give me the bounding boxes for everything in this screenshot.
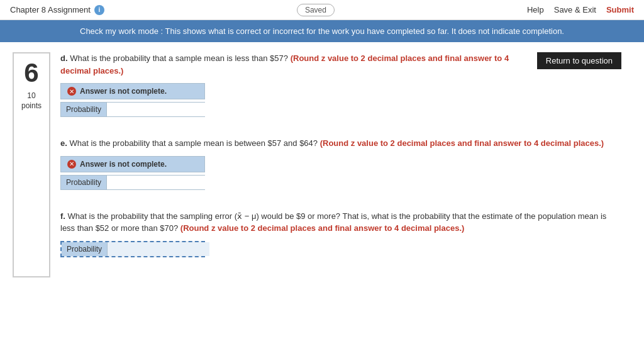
question-number: 6 xyxy=(24,60,38,86)
part-e-question: e. What is the probability that a sample… xyxy=(60,137,621,150)
part-d-text: What is the probability that a sample me… xyxy=(70,53,288,63)
saved-badge: Saved xyxy=(297,4,335,16)
part-e-block: e. What is the probability that a sample… xyxy=(60,137,621,190)
part-d-incomplete-bar: ✕ Answer is not complete. xyxy=(60,83,205,99)
points-info: 10 points xyxy=(21,91,42,111)
part-d-incomplete-text: Answer is not complete. xyxy=(80,87,167,96)
part-e-error-icon: ✕ xyxy=(67,160,76,169)
part-e-input-row: Probability xyxy=(60,175,205,190)
part-e-input[interactable] xyxy=(107,176,209,189)
banner-text: Check my work mode : This shows what is … xyxy=(80,26,564,36)
topbar-center: Saved xyxy=(297,4,335,16)
part-f-question: f. What is the probability that the samp… xyxy=(60,210,621,235)
questions-area: Return to question d. What is the probab… xyxy=(60,52,621,277)
part-f-input-row: Probability xyxy=(60,241,205,257)
topbar-right: Help Save & Exit Submit xyxy=(527,5,634,14)
part-f-letter: f. xyxy=(60,211,65,221)
part-f-text-before: What is the probability that the samplin… xyxy=(68,211,238,221)
topbar: Chapter 8 Assignment i Saved Help Save &… xyxy=(0,0,644,20)
topbar-left: Chapter 8 Assignment i xyxy=(10,5,104,15)
part-e-incomplete-text: Answer is not complete. xyxy=(80,160,167,169)
part-f-input-label: Probability xyxy=(62,242,108,256)
part-f-block: f. What is the probability that the samp… xyxy=(60,210,621,257)
part-f-xbar: x̄ xyxy=(237,211,242,221)
part-d-input-label: Probability xyxy=(61,103,107,116)
part-e-input-label: Probability xyxy=(61,176,107,189)
main-content: 6 10 points Return to question d. What i… xyxy=(0,42,644,288)
part-f-hint: (Round z value to 2 decimal places and f… xyxy=(180,223,465,233)
submit-link[interactable]: Submit xyxy=(606,5,634,14)
part-f-minus-mu: − μ xyxy=(242,211,256,221)
save-exit-link[interactable]: Save & Exit xyxy=(554,5,596,14)
part-e-letter: e. xyxy=(60,138,67,148)
info-banner: Check my work mode : This shows what is … xyxy=(0,20,644,42)
points-label: points xyxy=(21,101,42,110)
part-e-hint: (Round z value to 2 decimal places and f… xyxy=(320,138,604,148)
part-d-error-icon: ✕ xyxy=(67,87,76,96)
question-number-box: 6 10 points xyxy=(13,52,50,277)
part-e-text: What is the probability that a sample me… xyxy=(69,138,318,148)
info-icon[interactable]: i xyxy=(94,5,104,15)
points-value: 10 xyxy=(27,91,35,100)
part-e-incomplete-bar: ✕ Answer is not complete. xyxy=(60,156,205,172)
part-d-input-row: Probability xyxy=(60,102,205,117)
part-f-input[interactable] xyxy=(108,242,209,256)
help-link[interactable]: Help xyxy=(527,5,544,14)
part-d-letter: d. xyxy=(60,53,68,63)
part-d-input[interactable] xyxy=(107,103,209,116)
assignment-title: Chapter 8 Assignment xyxy=(10,5,91,14)
return-to-question-button[interactable]: Return to question xyxy=(537,52,621,69)
